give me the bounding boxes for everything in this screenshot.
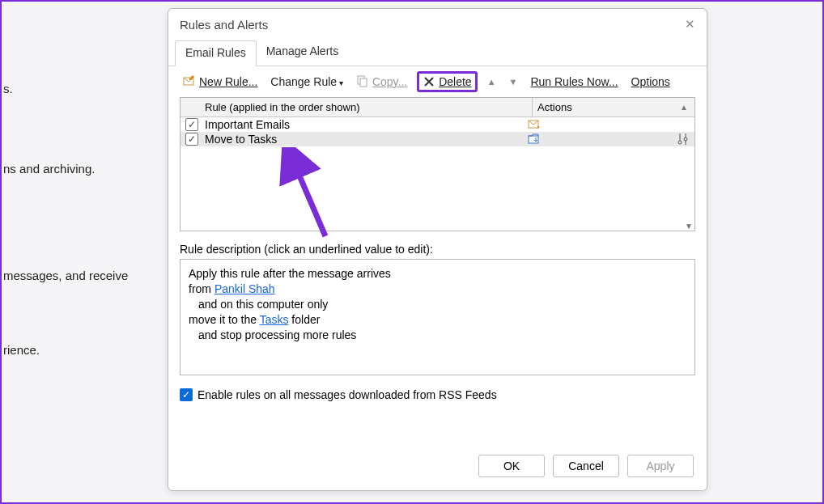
col-actions-label: Actions bbox=[537, 101, 572, 113]
new-rule-label: New Rule... bbox=[199, 75, 257, 88]
col-rule[interactable]: Rule (applied in the order shown) bbox=[181, 98, 533, 116]
desc-line: and stop processing more rules bbox=[189, 328, 686, 343]
rule-description-box: Apply this rule after the message arrive… bbox=[180, 259, 695, 375]
move-folder-icon bbox=[528, 133, 541, 146]
rule-name: Important Emails bbox=[205, 118, 528, 131]
col-actions[interactable]: Actions ▲ bbox=[533, 98, 694, 116]
apply-button[interactable]: Apply bbox=[627, 455, 694, 477]
move-down-button[interactable]: ▼ bbox=[506, 75, 521, 88]
rss-label: Enable rules on all messages downloaded … bbox=[198, 388, 497, 401]
new-rule-button[interactable]: New Rule... bbox=[180, 74, 261, 90]
move-up-button[interactable]: ▲ bbox=[484, 75, 499, 88]
tab-strip: Email Rules Manage Alerts bbox=[168, 40, 707, 66]
table-row[interactable]: ✓ Move to Tasks bbox=[181, 132, 694, 146]
rule-actions-cell bbox=[528, 133, 690, 146]
delete-button[interactable]: Delete bbox=[417, 71, 477, 92]
desc-text: folder bbox=[288, 313, 320, 326]
dialog-buttons: OK Cancel Apply bbox=[168, 445, 707, 490]
run-rules-label: Run Rules Now... bbox=[530, 75, 618, 88]
bg-text: messages, and receive bbox=[3, 269, 128, 282]
table-row[interactable]: ✓ Important Emails bbox=[181, 117, 694, 132]
rule-checkbox[interactable]: ✓ bbox=[185, 118, 198, 131]
desc-link-sender[interactable]: Pankil Shah bbox=[214, 282, 275, 295]
delete-label: Delete bbox=[439, 75, 471, 88]
copy-label: Copy... bbox=[372, 75, 407, 88]
options-label: Options bbox=[631, 75, 670, 88]
bg-text: ns and archiving. bbox=[3, 162, 95, 176]
new-rule-icon bbox=[183, 75, 196, 88]
cancel-button[interactable]: Cancel bbox=[553, 455, 619, 477]
bg-text: rience. bbox=[3, 343, 40, 357]
mail-flag-icon bbox=[528, 118, 541, 131]
rss-enable-row[interactable]: ✓ Enable rules on all messages downloade… bbox=[180, 388, 695, 401]
change-rule-button[interactable]: Change Rule ▾ bbox=[267, 74, 346, 90]
toolbar: New Rule... Change Rule ▾ Copy... Delete… bbox=[168, 66, 707, 97]
titlebar: Rules and Alerts ✕ bbox=[168, 9, 707, 35]
change-rule-label: Change Rule ▾ bbox=[270, 75, 343, 88]
rule-checkbox[interactable]: ✓ bbox=[185, 133, 198, 146]
rule-name: Move to Tasks bbox=[205, 133, 528, 146]
delete-icon bbox=[423, 75, 435, 88]
rule-actions-cell bbox=[528, 118, 690, 131]
bg-text: s. bbox=[3, 82, 13, 95]
desc-line: from Pankil Shah bbox=[189, 282, 686, 297]
desc-line: and on this computer only bbox=[189, 297, 686, 312]
scroll-down-icon[interactable]: ▼ bbox=[683, 222, 694, 231]
dialog-title: Rules and Alerts bbox=[180, 18, 268, 32]
rules-and-alerts-dialog: Rules and Alerts ✕ Email Rules Manage Al… bbox=[168, 8, 707, 491]
options-button[interactable]: Options bbox=[628, 74, 673, 90]
ok-button[interactable]: OK bbox=[478, 455, 545, 477]
settings-tool-icon bbox=[677, 133, 690, 146]
copy-button[interactable]: Copy... bbox=[353, 74, 410, 90]
desc-line: move it to the Tasks folder bbox=[189, 312, 686, 328]
svg-rect-2 bbox=[360, 78, 367, 87]
tab-email-rules[interactable]: Email Rules bbox=[175, 40, 257, 66]
desc-text: move it to the bbox=[189, 313, 260, 326]
close-icon[interactable]: ✕ bbox=[685, 17, 695, 32]
rss-checkbox[interactable]: ✓ bbox=[180, 388, 193, 401]
desc-link-folder[interactable]: Tasks bbox=[260, 313, 289, 326]
desc-line: Apply this rule after the message arrive… bbox=[189, 266, 686, 282]
run-rules-now-button[interactable]: Run Rules Now... bbox=[527, 74, 621, 90]
rules-table: Rule (applied in the order shown) Action… bbox=[180, 97, 695, 231]
tab-manage-alerts[interactable]: Manage Alerts bbox=[257, 40, 349, 66]
svg-rect-4 bbox=[529, 136, 538, 143]
rule-description-label: Rule description (click an underlined va… bbox=[180, 243, 695, 256]
rules-table-header: Rule (applied in the order shown) Action… bbox=[181, 98, 694, 117]
scroll-up-icon[interactable]: ▲ bbox=[678, 103, 690, 112]
desc-text: from bbox=[189, 282, 214, 295]
copy-icon bbox=[356, 75, 369, 88]
rules-table-body: ✓ Important Emails ✓ Move to Tasks ▼ bbox=[181, 117, 694, 231]
